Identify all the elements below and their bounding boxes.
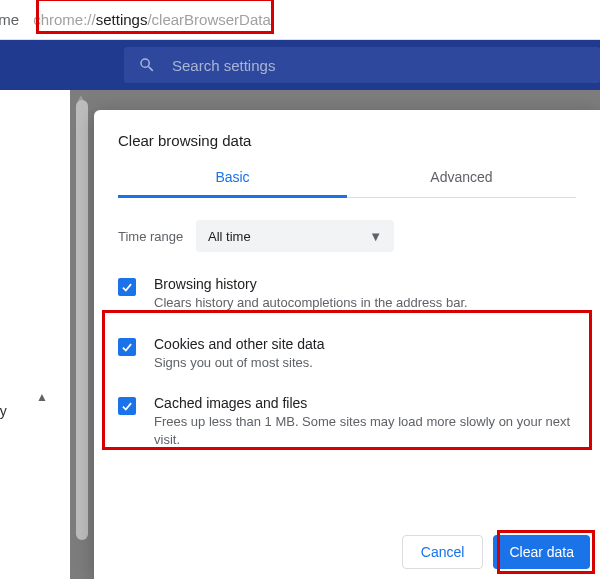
omnibox-home-fragment: ome: [0, 11, 19, 28]
search-settings-input[interactable]: Search settings: [124, 47, 600, 83]
check-desc: Frees up less than 1 MB. Some sites may …: [154, 413, 576, 448]
check-desc: Signs you out of most sites.: [154, 354, 324, 372]
time-range-select[interactable]: All time ▼: [196, 220, 394, 252]
check-desc: Clears history and autocompletions in th…: [154, 294, 468, 312]
left-nav-panel: rity ▲: [0, 90, 70, 579]
caret-down-icon: ▼: [369, 229, 382, 244]
omnibox-row: ome chrome://settings/clearBrowserData: [0, 0, 600, 40]
clear-browsing-data-dialog: Clear browsing data Basic Advanced Time …: [94, 110, 600, 579]
check-title: Cookies and other site data: [154, 336, 324, 352]
checkbox-cache[interactable]: [118, 397, 136, 415]
url-host: settings: [96, 11, 148, 28]
tab-basic[interactable]: Basic: [118, 169, 347, 197]
check-item-cache: Cached images and files Frees up less th…: [118, 395, 576, 448]
check-title: Cached images and files: [154, 395, 576, 411]
check-item-cookies: Cookies and other site data Signs you ou…: [118, 336, 576, 372]
tab-advanced[interactable]: Advanced: [347, 169, 576, 197]
settings-header: Search settings: [0, 40, 600, 90]
dialog-title: Clear browsing data: [118, 132, 576, 149]
check-item-history: Browsing history Clears history and auto…: [118, 276, 576, 312]
checkbox-cookies[interactable]: [118, 338, 136, 356]
time-range-row: Time range All time ▼: [118, 220, 576, 252]
time-range-value: All time: [208, 229, 251, 244]
chevron-up-icon[interactable]: ▲: [36, 390, 48, 404]
url-path: /clearBrowserData: [147, 11, 270, 28]
time-range-label: Time range: [118, 229, 196, 244]
cancel-button[interactable]: Cancel: [402, 535, 484, 569]
checkbox-history[interactable]: [118, 278, 136, 296]
search-placeholder: Search settings: [172, 57, 275, 74]
scrollbar[interactable]: [76, 100, 88, 540]
search-icon: [138, 56, 156, 74]
check-title: Browsing history: [154, 276, 468, 292]
clear-data-button[interactable]: Clear data: [493, 535, 590, 569]
dialog-tabs: Basic Advanced: [118, 169, 576, 198]
url-scheme: chrome://: [33, 11, 96, 28]
omnibox-url[interactable]: chrome://settings/clearBrowserData: [19, 11, 271, 28]
dialog-footer: Cancel Clear data: [402, 535, 590, 569]
left-nav-fragment: rity: [0, 403, 7, 419]
